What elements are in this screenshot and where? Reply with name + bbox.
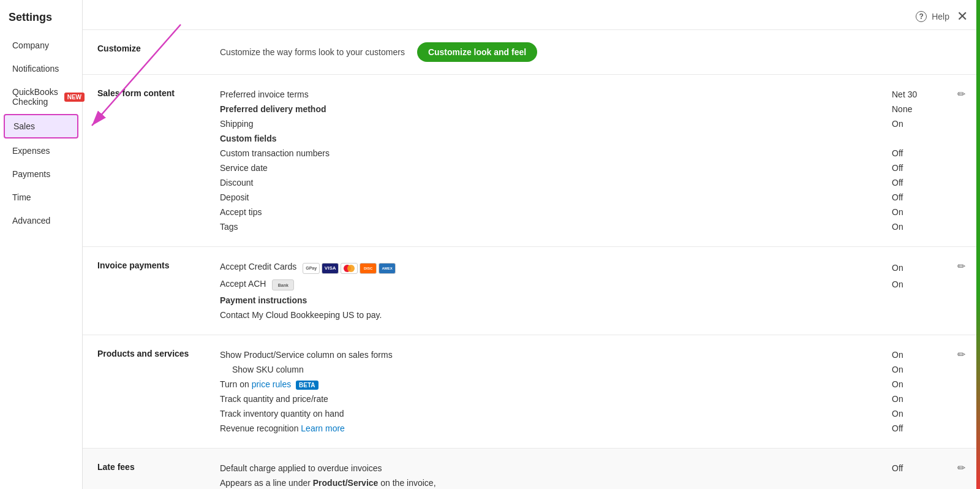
edit-icon[interactable]: ✏ (957, 349, 965, 360)
row-label: Revenue recognition Learn more (220, 423, 892, 433)
row-value: On (892, 207, 941, 217)
svg-point-3 (347, 265, 355, 272)
new-badge: NEW (64, 93, 85, 102)
row-deposit: Deposit Off (220, 190, 941, 205)
row-value: On (892, 263, 941, 273)
row-custom-fields-header: Custom fields (220, 131, 941, 146)
learn-more-link[interactable]: Learn more (301, 423, 345, 433)
row-show-sku: Show SKU column On (220, 362, 941, 377)
row-custom-transaction: Custom transaction numbers Off (220, 146, 941, 161)
price-rules-link[interactable]: price rules (252, 379, 292, 389)
row-label: Deposit (220, 192, 892, 202)
section-customize: Customize Customize the way forms look t… (83, 30, 980, 75)
sales-form-content-edit[interactable]: ✏ (941, 87, 965, 234)
row-track-inventory: Track inventory quantity on hand On (220, 406, 941, 421)
sidebar-item-label: Notifications (12, 64, 59, 74)
help-icon: ? (916, 11, 927, 22)
sidebar-item-company[interactable]: Company (4, 34, 78, 56)
help-label: Help (932, 12, 949, 21)
row-value: Net 30 (892, 89, 941, 99)
row-value: None (892, 104, 941, 114)
section-late-fees: Late fees Default charge applied to over… (83, 449, 980, 489)
bank-icon: Bank (272, 279, 294, 290)
row-value: On (892, 394, 941, 404)
sidebar-item-payments[interactable]: Payments (4, 163, 78, 185)
help-button[interactable]: ? Help (916, 11, 949, 22)
sidebar-item-quickbooks-checking[interactable]: QuickBooks Checking NEW (4, 81, 78, 113)
sidebar-item-sales[interactable]: Sales (4, 114, 78, 138)
row-label: Tags (220, 222, 892, 232)
sales-form-content-label: Sales form content (97, 87, 220, 234)
edit-icon[interactable]: ✏ (957, 462, 965, 474)
row-label: Preferred delivery method (220, 104, 892, 114)
row-label: Custom fields (220, 134, 941, 143)
row-revenue-recognition: Revenue recognition Learn more Off (220, 421, 941, 436)
row-label: Payment instructions (220, 295, 941, 305)
row-label: Preferred invoice terms (220, 89, 892, 99)
sidebar: Settings Company Notifications QuickBook… (0, 0, 83, 489)
amex-icon: AMEX (379, 263, 396, 274)
row-label: Turn on price rules BETA (220, 379, 892, 389)
row-value: On (892, 119, 941, 129)
row-value: Off (892, 192, 941, 202)
sidebar-item-label: Company (12, 40, 49, 50)
row-payment-instructions-text: Contact My Cloud Bookkeeping US to pay. (220, 308, 941, 322)
row-value: On (892, 279, 941, 289)
row-label: Service date (220, 163, 892, 173)
settings-title: Settings (0, 6, 82, 34)
ach-icon: Bank (272, 279, 294, 290)
section-invoice-payments: Invoice payments Accept Credit Cards GPa… (83, 247, 980, 335)
row-value: On (892, 365, 941, 374)
invoice-payments-edit[interactable]: ✏ (941, 259, 965, 322)
sidebar-item-label: Payments (12, 169, 50, 179)
sidebar-item-expenses[interactable]: Expenses (4, 140, 78, 162)
row-value: Off (892, 463, 941, 473)
row-label: Default charge applied to overdue invoic… (220, 463, 892, 473)
products-services-label: Products and services (97, 347, 220, 436)
customize-look-feel-button[interactable]: Customize look and feel (417, 42, 537, 62)
row-discount: Discount Off (220, 175, 941, 190)
row-label: Appears as a line under Product/Service … (220, 478, 941, 488)
row-accept-credit-cards: Accept Credit Cards GPay VISA DISC AMEX … (220, 259, 941, 276)
row-invoice-terms: Preferred invoice terms Net 30 (220, 87, 941, 102)
row-default-charge: Default charge applied to overdue invoic… (220, 461, 941, 476)
row-label: Track quantity and price/rate (220, 394, 892, 404)
row-tags: Tags On (220, 219, 941, 234)
row-delivery-method: Preferred delivery method None (220, 102, 941, 116)
row-value: Off (892, 423, 941, 433)
sidebar-item-label: Advanced (12, 216, 50, 226)
row-show-product-column: Show Product/Service column on sales for… (220, 347, 941, 362)
row-shipping: Shipping On (220, 116, 941, 131)
row-label: Accept Credit Cards GPay VISA DISC AMEX (220, 262, 892, 274)
late-fees-edit[interactable]: ✏ (941, 461, 965, 489)
row-label: Show Product/Service column on sales for… (220, 350, 892, 360)
row-service-date: Service date Off (220, 161, 941, 175)
sidebar-item-time[interactable]: Time (4, 186, 78, 208)
row-value: Off (892, 163, 941, 173)
payment-icons: GPay VISA DISC AMEX (303, 263, 396, 274)
row-appears-as-line: Appears as a line under Product/Service … (220, 476, 941, 489)
row-accept-ach: Accept ACH Bank On (220, 276, 941, 294)
row-label: Accept ACH Bank (220, 279, 892, 291)
products-services-edit[interactable]: ✏ (941, 347, 965, 436)
row-label: Accept tips (220, 207, 892, 217)
close-button[interactable]: ✕ (957, 9, 968, 25)
edit-icon[interactable]: ✏ (957, 88, 965, 100)
row-label: Custom transaction numbers (220, 148, 892, 158)
customize-label: Customize (97, 42, 220, 62)
discover-icon: DISC (360, 263, 377, 274)
sidebar-item-label: Expenses (12, 146, 50, 156)
sidebar-item-advanced[interactable]: Advanced (4, 210, 78, 232)
edit-icon[interactable]: ✏ (957, 260, 965, 272)
visa-icon: VISA (322, 263, 339, 274)
late-fees-label: Late fees (97, 461, 220, 489)
row-value: On (892, 350, 941, 360)
row-value: On (892, 379, 941, 389)
row-value: On (892, 222, 941, 232)
sales-form-content-content: Preferred invoice terms Net 30 Preferred… (220, 87, 941, 234)
sidebar-item-notifications[interactable]: Notifications (4, 58, 78, 80)
sidebar-item-label: QuickBooks Checking (12, 87, 58, 107)
row-payment-instructions-header: Payment instructions (220, 293, 941, 308)
beta-badge: BETA (296, 381, 318, 390)
products-services-content: Show Product/Service column on sales for… (220, 347, 941, 436)
